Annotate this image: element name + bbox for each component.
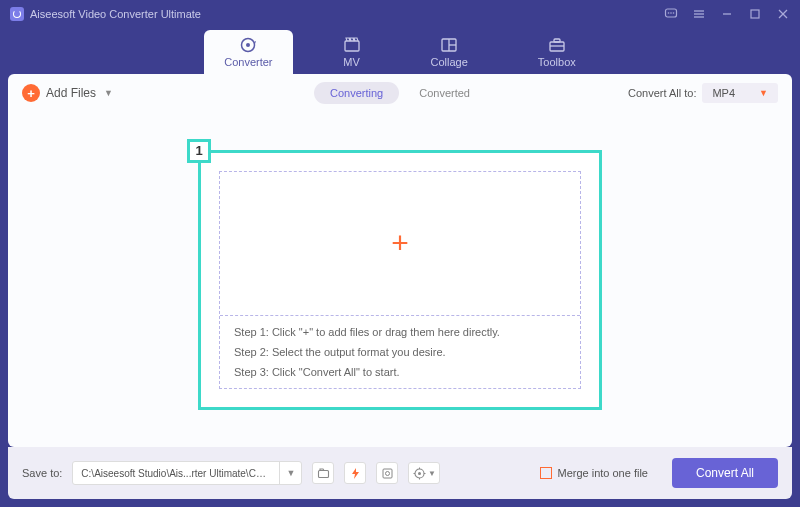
svg-point-1 — [668, 12, 670, 14]
app-logo-icon — [10, 7, 24, 21]
svg-point-22 — [385, 471, 389, 475]
app-title: Aiseesoft Video Converter Ultimate — [30, 8, 664, 20]
hw-accel-on-button[interactable] — [344, 462, 366, 484]
big-plus-icon: + — [391, 226, 409, 260]
mv-icon — [343, 36, 361, 54]
tab-toolbox-label: Toolbox — [538, 56, 576, 68]
main-tabs: Converter MV Collage Toolbox — [0, 28, 800, 74]
callout-highlight: 1 + Step 1: Click "+" to add files or dr… — [198, 150, 602, 410]
add-files-label: Add Files — [46, 86, 96, 100]
titlebar: Aiseesoft Video Converter Ultimate — [0, 0, 800, 28]
steps-text: Step 1: Click "+" to add files or drag t… — [220, 316, 580, 388]
subtab-converted[interactable]: Converted — [403, 82, 486, 104]
drop-zone-top[interactable]: + — [220, 172, 580, 316]
tab-collage[interactable]: Collage — [411, 30, 488, 74]
merge-checkbox[interactable]: Merge into one file — [540, 467, 648, 479]
save-path-value: C:\Aiseesoft Studio\Ais...rter Ultimate\… — [73, 468, 279, 479]
step-1: Step 1: Click "+" to add files or drag t… — [234, 326, 566, 338]
drop-area-container: 1 + Step 1: Click "+" to add files or dr… — [8, 112, 792, 447]
svg-point-2 — [670, 12, 672, 14]
tab-toolbox[interactable]: Toolbox — [518, 30, 596, 74]
drop-zone[interactable]: + Step 1: Click "+" to add files or drag… — [219, 171, 581, 389]
output-format-select[interactable]: MP4 ▼ — [702, 83, 778, 103]
close-icon[interactable] — [776, 7, 790, 21]
svg-point-24 — [418, 472, 421, 475]
add-files-button[interactable]: + Add Files ▼ — [22, 84, 113, 102]
converter-icon — [239, 36, 257, 54]
tab-converter-label: Converter — [224, 56, 272, 68]
svg-point-12 — [246, 43, 250, 47]
svg-rect-8 — [751, 10, 759, 18]
convert-all-button[interactable]: Convert All — [672, 458, 778, 488]
svg-rect-20 — [318, 470, 328, 477]
toolbox-icon — [548, 36, 566, 54]
chevron-down-icon: ▼ — [759, 88, 768, 98]
footer-bar: Save to: C:\Aiseesoft Studio\Ais...rter … — [8, 447, 792, 499]
maximize-icon[interactable] — [748, 7, 762, 21]
subtab-converting[interactable]: Converting — [314, 82, 399, 104]
convert-all-to-label: Convert All to: — [628, 87, 696, 99]
settings-button[interactable]: ▼ — [408, 462, 440, 484]
step-2: Step 2: Select the output format you des… — [234, 346, 566, 358]
checkbox-icon — [540, 467, 552, 479]
chevron-down-icon: ▼ — [104, 88, 113, 98]
tab-collage-label: Collage — [431, 56, 468, 68]
step-3: Step 3: Click "Convert All" to start. — [234, 366, 566, 378]
open-folder-button[interactable] — [312, 462, 334, 484]
tab-converter[interactable]: Converter — [204, 30, 292, 74]
path-dropdown-icon[interactable]: ▼ — [279, 461, 301, 485]
chat-icon[interactable] — [664, 7, 678, 21]
chevron-down-icon: ▼ — [428, 469, 436, 478]
svg-rect-18 — [554, 39, 560, 42]
tab-mv-label: MV — [343, 56, 360, 68]
svg-rect-13 — [345, 41, 359, 51]
svg-rect-21 — [383, 469, 392, 478]
callout-badge: 1 — [187, 139, 211, 163]
content-panel: + Add Files ▼ Converting Converted Conve… — [8, 74, 792, 447]
plus-icon: + — [22, 84, 40, 102]
hw-accel-off-button[interactable] — [376, 462, 398, 484]
sub-toolbar: + Add Files ▼ Converting Converted Conve… — [8, 74, 792, 112]
svg-point-3 — [673, 12, 675, 14]
save-to-label: Save to: — [22, 467, 62, 479]
merge-label: Merge into one file — [557, 467, 648, 479]
collage-icon — [440, 36, 458, 54]
output-format-value: MP4 — [712, 87, 735, 99]
save-path-field[interactable]: C:\Aiseesoft Studio\Ais...rter Ultimate\… — [72, 461, 302, 485]
tab-mv[interactable]: MV — [323, 30, 381, 74]
menu-icon[interactable] — [692, 7, 706, 21]
minimize-icon[interactable] — [720, 7, 734, 21]
